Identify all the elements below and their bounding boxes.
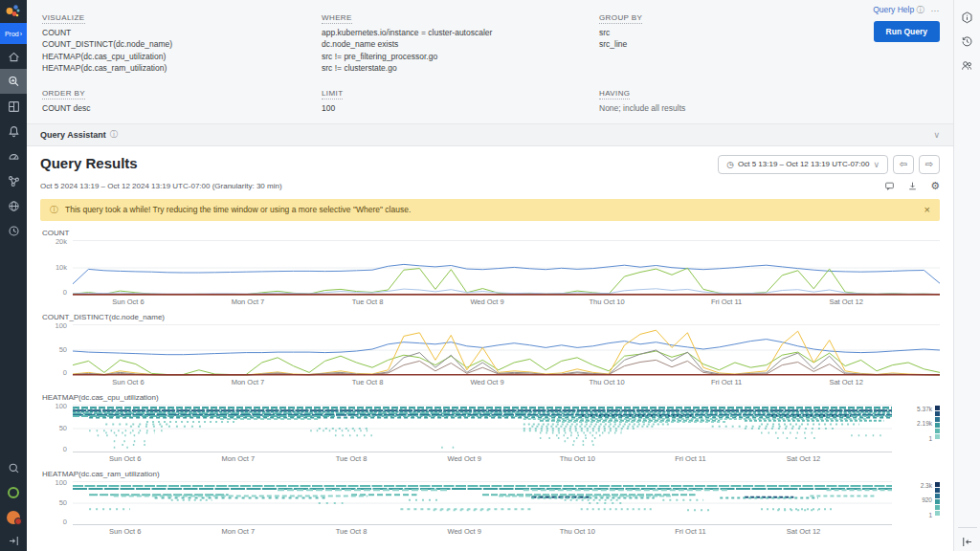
limit-section[interactable]: LIMIT 100	[322, 82, 599, 114]
limit-label: LIMIT	[322, 89, 343, 99]
query-overflow-menu-icon[interactable]: ⋯	[931, 6, 941, 15]
legend-min-value: 1	[928, 512, 932, 518]
having-label: HAVING	[599, 89, 630, 99]
status-indicator[interactable]	[0, 480, 27, 505]
chart-canvas	[73, 405, 892, 452]
time-range-selector[interactable]: ◷ Oct 5 13:19 – Oct 12 13:19 UTC-07:00 ∨	[718, 155, 888, 174]
x-axis-tick-label: Tue Oct 8	[352, 378, 384, 386]
honeycomb-logo-icon[interactable]	[0, 0, 27, 23]
having-item[interactable]: None; include all results	[599, 102, 940, 114]
chart-heatmap-cpu: HEATMAP(dc.cas_cpu_utilization) 050100 S…	[40, 393, 940, 463]
main-content: Query Help ⓘ ⋯ Run Query VISUALIZE COUNT…	[27, 0, 953, 551]
where-clause[interactable]: src != clusterstate.go	[322, 62, 599, 74]
visualize-item[interactable]: HEATMAP(dc.cas_cpu_utilization)	[42, 51, 322, 62]
chart-canvas	[73, 324, 940, 376]
assistant-chevron-down-icon[interactable]: ∨	[933, 130, 940, 140]
time-range-value: Oct 5 13:19 – Oct 12 13:19 UTC-07:00	[738, 160, 869, 168]
heatmap-plot[interactable]	[73, 481, 892, 525]
boards-nav-icon[interactable]	[0, 94, 27, 119]
search-icon[interactable]	[0, 455, 27, 480]
where-section[interactable]: WHERE app.kubernetes.io/instance = clust…	[322, 7, 599, 74]
legend-color-swatch	[935, 494, 940, 498]
order-by-item[interactable]: COUNT desc	[42, 102, 322, 114]
clock-icon: ◷	[726, 160, 734, 169]
where-clause[interactable]: src != pre_filtering_processor.go	[322, 51, 599, 62]
x-axis-tick-label: Sun Oct 6	[112, 298, 144, 306]
x-axis-tick-label: Sat Oct 12	[829, 298, 862, 306]
next-window-button[interactable]: ⇨	[919, 155, 940, 174]
x-axis-tick-label: Sun Oct 6	[109, 527, 141, 536]
activity-history-nav-icon[interactable]	[0, 218, 27, 243]
environment-chevron-icon: ›	[20, 31, 22, 37]
comment-icon[interactable]	[884, 181, 895, 191]
legend-color-swatch	[935, 499, 940, 504]
previous-window-icon: ⇦	[900, 159, 907, 169]
previous-window-button[interactable]: ⇦	[893, 155, 914, 174]
line-plot[interactable]	[73, 324, 940, 376]
collapse-panel-icon[interactable]	[954, 532, 980, 551]
chart-title: HEATMAP(dc.cas_cpu_utilization)	[42, 393, 940, 402]
y-axis-tick-label: 10k	[56, 263, 67, 272]
x-axis: Sun Oct 6Mon Oct 7Tue Oct 8Wed Oct 9Thu …	[73, 296, 940, 306]
results-subheader: Oct 5 2024 13:19 – Oct 12 2024 13:19 UTC…	[27, 174, 953, 195]
legend-mid-value: 2.19k	[917, 420, 932, 427]
y-axis-tick-label: 20k	[56, 237, 67, 246]
legend-color-swatch	[935, 482, 940, 487]
x-axis-tick-label: Thu Oct 10	[560, 527, 595, 536]
x-axis-tick-label: Fri Oct 11	[675, 527, 705, 536]
y-axis: 050100	[40, 481, 73, 525]
datasets-globe-nav-icon[interactable]	[0, 193, 27, 218]
chart-title: COUNT_DISTINCT(dc.node_name)	[42, 313, 940, 321]
query-history-icon[interactable]	[954, 30, 980, 54]
team-activity-icon[interactable]	[954, 54, 980, 77]
where-clause[interactable]: app.kubernetes.io/instance = cluster-aut…	[322, 27, 599, 38]
visualize-label: VISUALIZE	[42, 13, 85, 24]
heatmap-plot[interactable]	[73, 405, 892, 452]
collapse-sidebar-icon[interactable]	[0, 530, 27, 551]
query-info-icon[interactable]	[954, 6, 980, 30]
limit-item[interactable]: 100	[322, 102, 599, 114]
query-assistant-bar[interactable]: Query Assistant ⓘ ∨	[27, 124, 953, 146]
user-avatar[interactable]	[0, 505, 27, 530]
status-ring-icon	[8, 487, 19, 498]
environment-selector[interactable]: Prod ›	[0, 23, 27, 44]
service-map-nav-icon[interactable]	[0, 168, 27, 193]
query-nav-icon[interactable]	[0, 69, 27, 94]
where-clause[interactable]: dc.node_name exists	[322, 38, 599, 50]
visualize-item[interactable]: COUNT	[42, 27, 322, 38]
slo-nav-icon[interactable]	[0, 143, 27, 168]
run-query-button[interactable]: Run Query	[874, 21, 940, 42]
y-axis-tick-label: 0	[63, 445, 67, 453]
home-nav-icon[interactable]	[0, 44, 27, 69]
x-axis-tick-label: Tue Oct 8	[336, 527, 368, 536]
y-axis: 050100	[40, 405, 73, 452]
x-axis-tick-label: Mon Oct 7	[232, 378, 265, 386]
legend-color-scale	[935, 482, 940, 536]
y-axis-tick-label: 50	[59, 424, 67, 432]
x-axis-tick-label: Fri Oct 11	[711, 378, 742, 386]
close-warning-icon[interactable]: ×	[924, 205, 930, 215]
legend-color-swatch	[935, 411, 940, 416]
having-section[interactable]: HAVING None; include all results	[599, 82, 940, 114]
gear-icon[interactable]: ⚙	[930, 181, 940, 191]
legend-color-swatch	[935, 488, 940, 493]
legend-min-value: 1	[928, 435, 932, 442]
order-by-section[interactable]: ORDER BY COUNT desc	[42, 82, 322, 114]
query-assistant-label: Query Assistant	[40, 130, 106, 140]
x-axis-tick-label: Sat Oct 12	[787, 527, 820, 536]
chart-title: COUNT	[42, 229, 940, 237]
next-window-icon: ⇨	[925, 159, 933, 169]
query-help-link[interactable]: Query Help ⓘ	[873, 5, 924, 15]
y-axis-tick-label: 100	[55, 402, 67, 410]
legend-color-scale	[935, 406, 940, 463]
chart-canvas	[73, 240, 940, 296]
line-plot[interactable]	[73, 240, 940, 296]
visualize-item[interactable]: HEATMAP(dc.cas_ram_utilization)	[42, 62, 322, 74]
visualize-item[interactable]: COUNT_DISTINCT(dc.node_name)	[42, 38, 322, 50]
download-icon[interactable]	[907, 181, 918, 191]
visualize-section[interactable]: VISUALIZE COUNT COUNT_DISTINCT(dc.node_n…	[42, 7, 322, 74]
triggers-bell-nav-icon[interactable]	[0, 119, 27, 143]
x-axis-tick-label: Mon Oct 7	[222, 454, 256, 463]
time-range-detail: Oct 5 2024 13:19 – Oct 12 2024 13:19 UTC…	[40, 182, 282, 190]
x-axis-tick-label: Fri Oct 11	[711, 298, 742, 306]
